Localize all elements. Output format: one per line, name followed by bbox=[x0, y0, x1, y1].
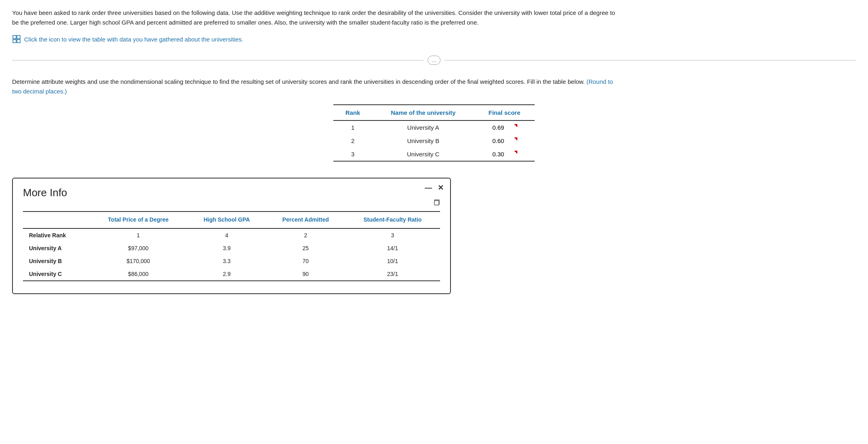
final-score-header: Final score bbox=[474, 105, 535, 120]
score-b-input[interactable] bbox=[492, 137, 517, 144]
university-b-percent: 70 bbox=[266, 255, 345, 268]
info-header-ratio: Student-Faculty Ratio bbox=[345, 212, 440, 228]
university-a-price: $97,000 bbox=[89, 242, 187, 255]
info-header-percent: Percent Admitted bbox=[266, 212, 345, 228]
score-b-value bbox=[492, 137, 517, 144]
info-table: Total Price of a Degree High School GPA … bbox=[23, 211, 440, 281]
info-header-empty bbox=[23, 212, 89, 228]
rank-2: 2 bbox=[333, 134, 372, 147]
info-header-gpa: High School GPA bbox=[187, 212, 266, 228]
svg-rect-2 bbox=[13, 39, 16, 43]
relative-rank-ratio: 3 bbox=[345, 228, 440, 242]
divider: ... bbox=[12, 56, 856, 65]
university-name-header: Name of the university bbox=[372, 105, 474, 120]
university-a-percent: 25 bbox=[266, 242, 345, 255]
divider-dots: ... bbox=[428, 56, 441, 65]
grid-icon bbox=[12, 35, 21, 44]
university-b-price: $170,000 bbox=[89, 255, 187, 268]
score-a-input[interactable] bbox=[492, 124, 517, 131]
table-icon-link[interactable]: Click the icon to view the table with da… bbox=[12, 35, 856, 44]
university-b-label: University B bbox=[23, 255, 89, 268]
university-c-price: $86,000 bbox=[89, 268, 187, 281]
panel-controls: — ✕ bbox=[425, 184, 444, 191]
intro-text: You have been asked to rank order three … bbox=[12, 8, 616, 27]
ranking-table: Rank Name of the university Final score … bbox=[333, 104, 535, 162]
info-header-price: Total Price of a Degree bbox=[89, 212, 187, 228]
relative-rank-gpa: 4 bbox=[187, 228, 266, 242]
university-b-name: University B bbox=[372, 134, 474, 147]
minimize-button[interactable]: — bbox=[425, 184, 432, 191]
rank-header: Rank bbox=[333, 105, 372, 120]
university-a-ratio: 14/1 bbox=[345, 242, 440, 255]
determine-text: Determine attribute weights and use the … bbox=[12, 77, 616, 96]
table-row: 1 University A bbox=[333, 120, 535, 134]
university-b-score-cell bbox=[474, 134, 535, 147]
university-c-ratio: 23/1 bbox=[345, 268, 440, 281]
info-table-wrapper: Total Price of a Degree High School GPA … bbox=[23, 211, 440, 281]
ranking-table-wrapper: Rank Name of the university Final score … bbox=[12, 104, 856, 162]
rank-1: 1 bbox=[333, 120, 372, 134]
svg-rect-1 bbox=[17, 35, 20, 39]
svg-rect-4 bbox=[434, 201, 439, 205]
rank-3: 3 bbox=[333, 147, 372, 161]
table-row: 2 University B bbox=[333, 134, 535, 147]
university-c-row: University C $86,000 2.9 90 23/1 bbox=[23, 268, 440, 281]
relative-rank-price: 1 bbox=[89, 228, 187, 242]
university-a-label: University A bbox=[23, 242, 89, 255]
divider-line-left bbox=[12, 60, 424, 60]
university-b-ratio: 10/1 bbox=[345, 255, 440, 268]
relative-rank-row: Relative Rank 1 4 2 3 bbox=[23, 228, 440, 242]
score-c-value bbox=[492, 151, 517, 158]
relative-rank-label: Relative Rank bbox=[23, 228, 89, 242]
university-b-gpa: 3.3 bbox=[187, 255, 266, 268]
university-a-name: University A bbox=[372, 120, 474, 134]
divider-line-right bbox=[444, 60, 856, 60]
more-info-panel: — ✕ More Info Total Price of a Degree Hi… bbox=[12, 178, 451, 294]
table-row: 3 University C bbox=[333, 147, 535, 161]
score-c-input[interactable] bbox=[492, 151, 517, 158]
university-c-name: University C bbox=[372, 147, 474, 161]
score-a-value bbox=[492, 124, 517, 131]
close-button[interactable]: ✕ bbox=[438, 184, 444, 191]
copy-icon[interactable] bbox=[433, 199, 440, 206]
university-c-gpa: 2.9 bbox=[187, 268, 266, 281]
svg-rect-0 bbox=[13, 35, 16, 39]
svg-rect-3 bbox=[17, 39, 20, 43]
university-c-percent: 90 bbox=[266, 268, 345, 281]
university-c-label: University C bbox=[23, 268, 89, 281]
university-a-score-cell bbox=[474, 120, 535, 134]
university-a-gpa: 3.9 bbox=[187, 242, 266, 255]
university-c-score-cell bbox=[474, 147, 535, 161]
university-a-row: University A $97,000 3.9 25 14/1 bbox=[23, 242, 440, 255]
more-info-title: More Info bbox=[23, 187, 440, 199]
determine-main: Determine attribute weights and use the … bbox=[12, 78, 585, 85]
university-b-row: University B $170,000 3.3 70 10/1 bbox=[23, 255, 440, 268]
icon-link-text: Click the icon to view the table with da… bbox=[24, 36, 244, 43]
relative-rank-percent: 2 bbox=[266, 228, 345, 242]
